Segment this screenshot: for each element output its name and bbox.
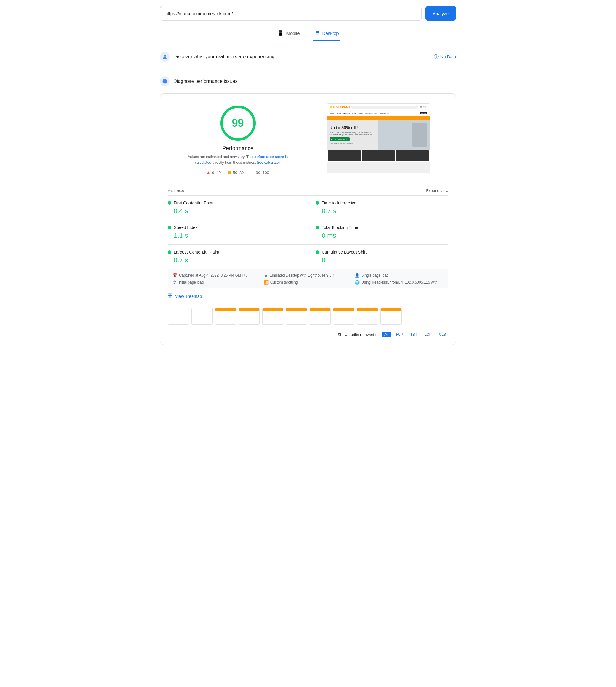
audit-tag-lcp[interactable]: LCP (422, 332, 434, 337)
legend-average: 50–89 (228, 170, 244, 175)
analyze-button[interactable]: Analyze (425, 6, 456, 21)
desktop-icon: 🖥 (314, 30, 320, 36)
metric-tti-dot (315, 201, 319, 205)
info-emulated-text: Emulated Desktop with Lighthouse 9.6.4 (269, 273, 335, 278)
filmstrip-frame-3 (239, 308, 260, 325)
info-throttling: 📶 Custom throttling (264, 280, 353, 284)
metric-fcp-label: First Contentful Paint (174, 200, 214, 205)
hero-subtitle: Don't miss out on some very special item… (330, 131, 410, 135)
metrics-grid: First Contentful Paint 0.4 s Time to Int… (168, 195, 448, 269)
screenshot-card-3 (396, 150, 429, 162)
tab-mobile[interactable]: 📱 Mobile (276, 27, 301, 41)
metric-si-label: Speed Index (174, 225, 198, 230)
hero-text: Up to 50% off! Don't miss out on some ve… (330, 125, 410, 144)
real-users-section: Discover what your real users are experi… (160, 48, 456, 65)
treemap-button[interactable]: View Treemap (168, 293, 202, 299)
average-icon (228, 171, 231, 174)
perf-left: 99 Performance Values are estimated and … (186, 103, 289, 175)
perf-screenshot: ⭐ SHOPTIMIZER ⚙ ? 🛒 Home Shop Women Blog… (327, 103, 430, 173)
frame-content-8 (357, 308, 378, 324)
metric-lcp-label: Largest Contentful Paint (174, 250, 219, 255)
screenshot-card-2 (362, 150, 395, 162)
tab-desktop[interactable]: 🖥 Desktop (313, 27, 340, 41)
expand-view-btn[interactable]: Expand view (426, 188, 448, 193)
frame-content-4 (263, 308, 283, 324)
frame-content-9 (381, 308, 401, 324)
perf-main: 99 Performance Values are estimated and … (168, 103, 448, 175)
legend-pass-range: 90–100 (256, 170, 269, 175)
audit-tag-all[interactable]: All (382, 332, 391, 337)
frame-content-2 (215, 308, 236, 324)
metric-tti: Time to Interactive 0.7 s (308, 196, 448, 220)
monitor-icon: 🖥 (264, 273, 268, 278)
perf-desc-3: directly from these metrics. (211, 160, 257, 165)
perf-desc: Values are estimated and may vary. The p… (186, 154, 289, 166)
metric-lcp-name-row: Largest Contentful Paint (168, 250, 303, 255)
score-number: 99 (232, 117, 244, 130)
metric-si: Speed Index 1.1 s (168, 220, 308, 245)
metric-tti-name-row: Time to Interactive (315, 200, 443, 205)
real-users-left: Discover what your real users are experi… (160, 52, 274, 62)
tab-mobile-label: Mobile (286, 30, 300, 36)
wifi-icon: 📶 (264, 280, 269, 284)
filmstrip-frame-2 (215, 308, 236, 325)
screenshot-cards (327, 150, 430, 162)
filmstrip-frame-6 (309, 308, 331, 325)
fail-icon (206, 171, 210, 174)
audit-tag-tbt[interactable]: TBT (408, 332, 420, 337)
globe-icon: 🌐 (355, 280, 359, 284)
info-captured: 📅 Captured at Aug 4, 2022, 3:25 PM GMT+5 (173, 273, 261, 278)
metrics-label: METRICS (168, 189, 184, 193)
info-emulated: 🖥 Emulated Desktop with Lighthouse 9.6.4 (264, 273, 353, 278)
metric-tti-value: 0.7 s (315, 207, 443, 215)
info-initial-load: ⏱ Initial page load (173, 280, 261, 284)
screenshot-logo: ⭐ SHOPTIMIZER (330, 106, 350, 108)
perf-label: Performance (222, 145, 254, 152)
pass-icon (251, 171, 254, 174)
info-captured-text: Captured at Aug 4, 2022, 3:25 PM GMT+5 (179, 273, 247, 278)
audits-row: Show audits relevant to: All FCP TBT LCP… (168, 328, 448, 337)
timer-icon: ⏱ (173, 280, 176, 284)
svg-rect-4 (170, 294, 172, 296)
score-legend: 0–49 50–89 90–100 (206, 170, 269, 175)
frame-content-6 (310, 308, 330, 324)
metrics-header: METRICS Expand view (168, 185, 448, 195)
filmstrip-frame-4 (262, 308, 283, 325)
info-initial-load-text: Initial page load (178, 280, 204, 284)
performance-card: 99 Performance Values are estimated and … (160, 93, 456, 345)
metric-si-value: 1.1 s (168, 232, 303, 240)
url-input[interactable] (160, 6, 422, 21)
diagnose-title: Diagnose performance issues (173, 79, 238, 84)
metric-tbt-name-row: Total Blocking Time (315, 225, 443, 230)
metric-tbt-value: 0 ms (315, 232, 443, 240)
audit-tag-cls[interactable]: CLS (437, 332, 448, 337)
tab-desktop-label: Desktop (322, 30, 339, 36)
frame-content-5 (286, 308, 307, 324)
info-bar: 📅 Captured at Aug 4, 2022, 3:25 PM GMT+5… (168, 269, 448, 288)
info-single-page-text: Single page load (361, 273, 388, 278)
filmstrip-frame-7 (333, 308, 354, 325)
svg-rect-6 (170, 296, 172, 298)
metric-tbt-label: Total Blocking Time (322, 225, 358, 230)
metric-si-dot (168, 226, 171, 229)
audits-label: Show audits relevant to: (338, 332, 380, 337)
score-circle: 99 (218, 103, 258, 143)
screenshot-banner (327, 116, 430, 120)
screenshot-card-1 (328, 150, 361, 162)
filmstrip (168, 304, 448, 328)
no-data-text: No Data (440, 54, 456, 59)
treemap-label: View Treemap (175, 294, 202, 299)
hero-title: Up to 50% off! (330, 125, 410, 130)
info-icon: ⓘ (434, 54, 439, 60)
no-data-link[interactable]: ⓘ No Data (434, 54, 456, 60)
metric-fcp-name-row: First Contentful Paint (168, 200, 303, 205)
perf-desc-1: Values are estimated and may vary. The (188, 155, 254, 159)
audit-tag-fcp[interactable]: FCP (394, 332, 405, 337)
screenshot-nav: Home Shop Women Blog About Customer Help… (327, 110, 430, 116)
info-single-page: 👤 Single page load (355, 273, 443, 278)
metric-cls-dot (315, 250, 319, 254)
svg-rect-3 (168, 294, 170, 296)
calc-link[interactable]: See calculator. (257, 160, 281, 165)
screenshot-hero: Up to 50% off! Don't miss out on some ve… (327, 120, 430, 150)
screenshot-content: ⭐ SHOPTIMIZER ⚙ ? 🛒 Home Shop Women Blog… (327, 104, 430, 173)
